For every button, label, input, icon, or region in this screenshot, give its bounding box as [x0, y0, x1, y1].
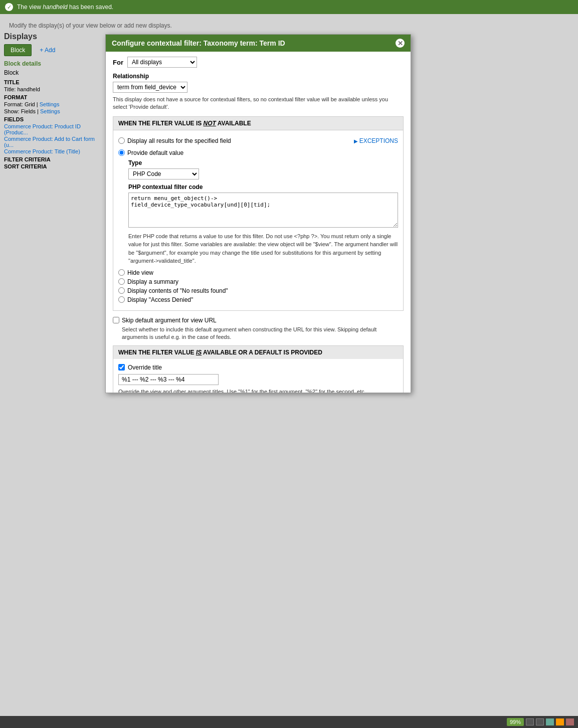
- radio-access-denied-row: Display "Access Denied": [118, 296, 398, 303]
- block-details-label: Block details: [4, 60, 96, 67]
- add-button[interactable]: + Add: [34, 44, 61, 56]
- skip-row: Skip default argument for view URL Selec…: [113, 317, 404, 341]
- radio-display-no-results[interactable]: [118, 287, 125, 294]
- radio-display-all-row: Display all results for the specified fi…: [118, 137, 231, 144]
- show-value: Show: Fields | Settings: [4, 108, 96, 114]
- show-settings-link[interactable]: Settings: [40, 108, 60, 114]
- php-label: PHP contextual filter code: [128, 184, 398, 191]
- radio-display-summary[interactable]: [118, 278, 125, 285]
- close-button[interactable]: ✕: [396, 39, 405, 48]
- when-not-available-title: WHEN THE FILTER VALUE IS NOT AVAILABLE: [113, 117, 403, 130]
- battery-indicator: 99%: [507, 718, 524, 726]
- php-note: Enter PHP code that returns a value to u…: [128, 232, 398, 265]
- icon4: [556, 718, 564, 725]
- radio-display-access-denied[interactable]: [118, 296, 125, 303]
- not-avail-options: Hide view Display a summary Display cont…: [118, 269, 398, 303]
- sort-criteria-label: SORT CRITERIA: [4, 163, 96, 169]
- sidebar: Displays Block + Add Block details Block…: [0, 29, 100, 172]
- check-icon: ✓: [5, 3, 13, 11]
- title-value: Title: handheld: [4, 86, 96, 92]
- when-not-available-section: WHEN THE FILTER VALUE IS NOT AVAILABLE D…: [113, 116, 404, 311]
- radio-provide-default-row: Provide default value: [118, 149, 398, 156]
- radio-display-summary-label: Display a summary: [127, 278, 178, 285]
- display-name-value: Block: [4, 69, 96, 76]
- top-bar: ✓ The view handheld has been saved.: [0, 0, 578, 14]
- modal-dialog: Configure contextual filter: Taxonomy te…: [105, 34, 411, 393]
- radio-hide-view-row: Hide view: [118, 269, 398, 276]
- override-title-label: Override title: [128, 364, 162, 371]
- icon1: [526, 718, 534, 725]
- save-message: The view handheld has been saved.: [17, 4, 113, 11]
- override-title-input[interactable]: [118, 374, 219, 385]
- type-section: Type PHP Code Fixed value Raw value from…: [128, 159, 398, 265]
- radio-display-summary-row: Display a summary: [118, 278, 398, 285]
- radio-hide-view-label: Hide view: [127, 269, 153, 276]
- for-select[interactable]: All displays This block (override): [127, 57, 197, 68]
- when-available-title: WHEN THE FILTER VALUE IS AVAILABLE OR A …: [113, 346, 403, 359]
- type-select[interactable]: PHP Code Fixed value Raw value from URL: [128, 168, 199, 179]
- modal-header: Configure contextual filter: Taxonomy te…: [106, 35, 411, 52]
- radio-access-denied-label: Display "Access Denied": [127, 296, 193, 303]
- format-settings-link[interactable]: Settings: [40, 101, 60, 107]
- modal-upper: For All displays This block (override) R…: [106, 52, 411, 393]
- php-section: PHP contextual filter code return menu_g…: [128, 184, 398, 265]
- relationship-section: Relationship term from field_device This…: [113, 73, 404, 111]
- icon5: [566, 718, 574, 725]
- field3[interactable]: Commerce Product: Title (Title): [4, 148, 96, 154]
- field2[interactable]: Commerce Product: Add to Cart form (u...: [4, 136, 96, 148]
- modal-title: Configure contextual filter: Taxonomy te…: [112, 39, 285, 47]
- icon3: [546, 718, 554, 725]
- when-available-content: Override title Override the view and oth…: [113, 359, 403, 393]
- status-bar: 99%: [0, 716, 578, 728]
- php-code-textarea[interactable]: return menu_get_object()-> field_device_…: [128, 193, 398, 228]
- fields-section-label: FIELDS: [4, 116, 96, 122]
- type-label: Type: [128, 159, 398, 166]
- block-button[interactable]: Block: [4, 44, 32, 56]
- radio-display-all-label: Display all results for the specified fi…: [127, 137, 231, 144]
- override-title-checkbox[interactable]: [118, 364, 125, 371]
- radio-no-results-row: Display contents of "No results found": [118, 287, 398, 294]
- skip-checkbox[interactable]: [113, 317, 119, 323]
- modal-scroll-area[interactable]: For All displays This block (override) R…: [106, 52, 411, 393]
- for-label: For: [113, 59, 123, 66]
- exceptions-link[interactable]: EXCEPTIONS: [354, 137, 398, 144]
- displays-heading: Displays: [4, 32, 96, 41]
- radio-provide-default[interactable]: [118, 149, 125, 156]
- skip-note: Select whether to include this default a…: [122, 326, 404, 341]
- override-row: Override title: [118, 364, 398, 371]
- for-row: For All displays This block (override): [113, 57, 404, 68]
- relationship-select[interactable]: term from field_device: [113, 82, 187, 93]
- when-not-available-content: Display all results for the specified fi…: [113, 130, 403, 310]
- radio-display-no-results-label: Display contents of "No results found": [127, 287, 228, 294]
- radio-provide-default-label: Provide default value: [127, 149, 183, 156]
- filter-criteria-label: FILTER CRITERIA: [4, 156, 96, 162]
- format-value: Format: Grid | Settings: [4, 101, 96, 107]
- radio-display-all[interactable]: [118, 137, 125, 144]
- format-section-label: FORMAT: [4, 94, 96, 100]
- relationship-label: Relationship: [113, 73, 404, 80]
- field1[interactable]: Commerce Product: Product ID (Produc...: [4, 123, 96, 135]
- radio-hide-view[interactable]: [118, 269, 125, 276]
- override-note: Override the view and other argument tit…: [118, 388, 398, 393]
- when-available-section: WHEN THE FILTER VALUE IS AVAILABLE OR A …: [113, 345, 404, 393]
- relationship-note: This display does not have a source for …: [113, 96, 404, 111]
- skip-label: Skip default argument for view URL: [122, 317, 217, 324]
- title-section-label: TITLE: [4, 79, 96, 85]
- icon2: [536, 718, 544, 725]
- admin-background: Modify the display(s) of your view below…: [0, 14, 578, 728]
